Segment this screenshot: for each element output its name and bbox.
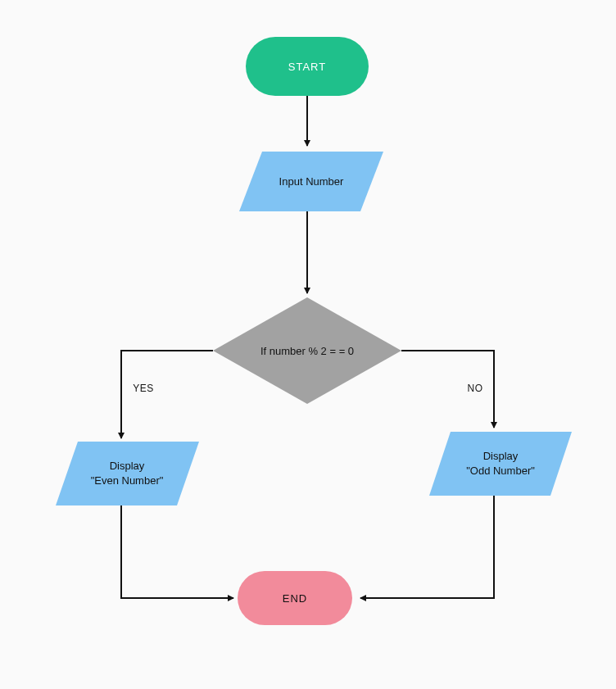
start-label: START	[288, 61, 326, 73]
display-odd-line2: "Odd Number"	[466, 465, 535, 477]
input-label: Input Number	[279, 175, 344, 188]
decision-label: If number % 2 = = 0	[260, 345, 354, 357]
end-node: END	[238, 571, 352, 625]
input-node: Input Number	[239, 152, 383, 211]
branch-no-label: NO	[468, 383, 483, 394]
branch-yes-label: YES	[133, 383, 154, 394]
display-odd-node: Display "Odd Number"	[429, 432, 572, 496]
start-node: START	[246, 37, 369, 96]
svg-marker-6	[429, 432, 572, 496]
display-odd-line1: Display	[483, 450, 519, 462]
svg-marker-5	[56, 442, 199, 505]
arrow-odd-to-end	[360, 496, 494, 598]
flowchart-canvas: START Input Number If number % 2 = = 0 Y…	[0, 0, 616, 689]
decision-node: If number % 2 = = 0	[213, 297, 401, 404]
arrow-decision-to-odd: NO	[401, 351, 494, 428]
arrow-even-to-end	[121, 505, 233, 598]
display-even-line1: Display	[110, 460, 145, 472]
display-even-node: Display "Even Number"	[56, 442, 199, 505]
display-even-line2: "Even Number"	[91, 474, 164, 487]
end-label: END	[283, 592, 307, 605]
arrow-decision-to-even: YES	[121, 351, 213, 438]
